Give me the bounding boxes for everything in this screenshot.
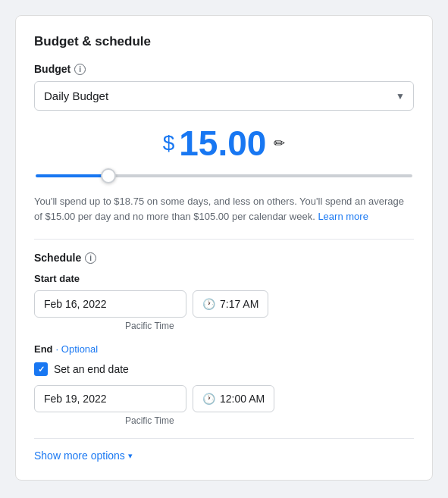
budget-amount-display: $ 15.00 ✏ — [34, 126, 414, 161]
end-time-input[interactable]: 🕐 12:00 AM — [193, 385, 274, 412]
dollar-sign: $ — [163, 131, 175, 155]
start-date-label: Start date — [34, 273, 414, 284]
bottom-divider — [34, 438, 414, 439]
clock-icon: 🕐 — [202, 298, 215, 310]
learn-more-link[interactable]: Learn more — [318, 211, 368, 222]
start-time-input[interactable]: 🕐 7:17 AM — [193, 290, 268, 318]
end-date-checkbox[interactable]: ✓ — [34, 362, 48, 376]
end-timezone: Pacific Time — [34, 415, 414, 426]
section-divider — [34, 239, 414, 240]
start-date-row: 🕐 7:17 AM — [34, 290, 414, 318]
show-more-options-button[interactable]: Show more options ▾ — [34, 449, 414, 462]
schedule-info-icon[interactable]: i — [85, 252, 96, 264]
start-date-input[interactable] — [34, 290, 186, 318]
end-label: End — [34, 343, 53, 355]
end-optional-label: · Optional — [56, 343, 99, 355]
budget-label: Budget — [34, 63, 70, 75]
end-date-row: 🕐 12:00 AM — [34, 385, 414, 412]
end-label-row: End · Optional — [34, 343, 414, 355]
end-date-input[interactable] — [34, 385, 186, 412]
edit-icon[interactable]: ✏ — [274, 135, 285, 152]
set-end-date-row: ✓ Set an end date — [34, 362, 414, 376]
budget-info-icon[interactable]: i — [74, 64, 86, 75]
start-timezone: Pacific Time — [34, 321, 414, 331]
set-end-date-label: Set an end date — [54, 363, 129, 375]
end-time-value: 12:00 AM — [220, 393, 265, 405]
budget-note: You'll spend up to $18.75 on some days, … — [34, 194, 414, 224]
schedule-section: Schedule i Start date 🕐 7:17 AM Pacific … — [34, 252, 414, 426]
show-more-label: Show more options — [34, 449, 125, 462]
budget-type-select[interactable]: Daily Budget Lifetime Budget — [34, 81, 414, 111]
budget-amount: 15.00 — [179, 126, 266, 161]
schedule-label-row: Schedule i — [34, 252, 414, 264]
end-clock-icon: 🕐 — [202, 393, 215, 405]
budget-slider-container — [34, 167, 414, 180]
start-time-value: 7:17 AM — [220, 298, 258, 310]
show-more-chevron-icon: ▾ — [128, 451, 133, 461]
budget-type-wrapper: Daily Budget Lifetime Budget ▼ — [34, 81, 414, 111]
page-title: Budget & schedule — [34, 34, 414, 49]
schedule-label: Schedule — [34, 252, 81, 264]
budget-label-row: Budget i — [34, 63, 414, 75]
budget-slider[interactable] — [36, 174, 412, 177]
checkmark-icon: ✓ — [38, 365, 45, 374]
budget-schedule-card: Budget & schedule Budget i Daily Budget … — [15, 15, 433, 481]
